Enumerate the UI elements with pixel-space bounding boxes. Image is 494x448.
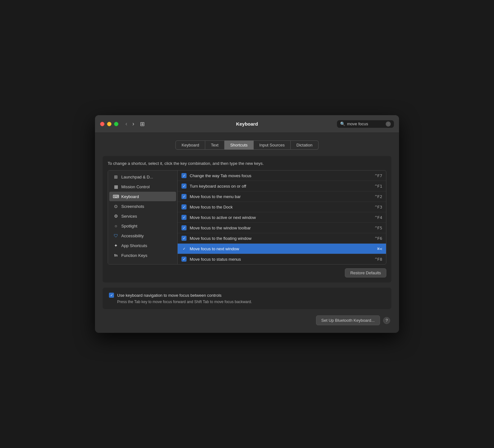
set-up-bluetooth-button[interactable]: Set Up Bluetooth Keyboard...: [316, 315, 380, 325]
tab-bar: Keyboard Text Shortcuts Input Sources Di…: [103, 140, 391, 150]
shortcut-focus-floating-key: ^F6: [375, 236, 382, 241]
sidebar-item-launchpad-label: Launchpad & D...: [121, 175, 153, 179]
panel-body: ⊞ Launchpad & D... ▦ Mission Control ⌨ K…: [108, 170, 386, 264]
shortcut-tab-moves-focus-key: ^F7: [375, 173, 382, 178]
shortcut-focus-status-menus-key: ^F8: [375, 257, 382, 262]
sidebar-item-services[interactable]: ⚙ Services: [109, 211, 176, 221]
tab-shortcuts[interactable]: Shortcuts: [225, 140, 254, 150]
restore-defaults-button[interactable]: Restore Defaults: [345, 268, 386, 277]
keyboard-icon: ⌨: [113, 194, 119, 199]
accessibility-icon: 🛡: [113, 233, 119, 239]
mission-control-icon: ▦: [113, 184, 119, 190]
sidebar-item-screenshots-label: Screenshots: [121, 204, 144, 209]
shortcut-focus-toolbar-key: ^F5: [375, 226, 382, 230]
sidebar-item-keyboard[interactable]: ⌨ Keyboard: [109, 192, 176, 201]
maximize-button[interactable]: [114, 122, 118, 126]
shortcut-focus-status-menus-label: Move focus to status menus: [190, 257, 372, 262]
shortcut-focus-dock[interactable]: ✓ Move focus to the Dock ^F3: [178, 202, 386, 212]
shortcut-keyboard-access-key: ^F1: [375, 184, 382, 189]
checkbox-keyboard-access[interactable]: ✓: [181, 184, 187, 189]
keyboard-nav-section: ✓ Use keyboard navigation to move focus …: [103, 288, 391, 309]
sidebar-item-services-label: Services: [121, 214, 137, 219]
shortcut-focus-floating[interactable]: ✓ Move focus to the floating window ^F6: [178, 233, 386, 244]
content-area: Keyboard Text Shortcuts Input Sources Di…: [95, 133, 399, 333]
app-shortcuts-icon: ✦: [113, 243, 119, 248]
shortcut-focus-dock-key: ^F3: [375, 205, 382, 209]
search-input[interactable]: [347, 121, 384, 126]
shortcut-focus-active-window-key: ^F4: [375, 215, 382, 220]
keyboard-nav-checkbox[interactable]: ✓: [109, 293, 114, 298]
sidebar-item-accessibility-label: Accessibility: [121, 233, 144, 238]
footer: Set Up Bluetooth Keyboard... ?: [103, 315, 391, 327]
traffic-lights: [100, 122, 118, 126]
shortcut-tab-moves-focus[interactable]: ✓ Change the way Tab moves focus ^F7: [178, 171, 386, 181]
sidebar-item-screenshots[interactable]: ⊙ Screenshots: [109, 202, 176, 211]
grid-icon: ⊞: [140, 121, 145, 128]
checkbox-focus-toolbar[interactable]: ✓: [181, 225, 187, 230]
sidebar-item-spotlight[interactable]: ○ Spotlight: [109, 221, 176, 231]
checkbox-tab-moves-focus[interactable]: ✓: [181, 173, 187, 178]
search-clear-button[interactable]: ✕: [386, 121, 391, 127]
checkbox-focus-menu-bar[interactable]: ✓: [181, 194, 187, 199]
instruction-text: To change a shortcut, select it, click t…: [108, 161, 386, 166]
sidebar-item-accessibility[interactable]: 🛡 Accessibility: [109, 231, 176, 240]
shortcut-focus-next-window-key: ⌘<: [377, 246, 382, 251]
shortcut-keyboard-access-label: Turn keyboard access on or off: [190, 184, 372, 189]
shortcut-focus-toolbar[interactable]: ✓ Move focus to the window toolbar ^F5: [178, 223, 386, 233]
shortcut-focus-floating-label: Move focus to the floating window: [190, 236, 372, 241]
keyboard-preferences-window: ‹ › ⊞ Keyboard 🔍 ✕ Keyboard Text Shortcu…: [95, 115, 399, 333]
tab-keyboard[interactable]: Keyboard: [175, 140, 205, 150]
shortcuts-sidebar: ⊞ Launchpad & D... ▦ Mission Control ⌨ K…: [108, 171, 178, 264]
shortcut-keyboard-access[interactable]: ✓ Turn keyboard access on or off ^F1: [178, 181, 386, 191]
search-bar: 🔍 ✕: [337, 120, 394, 128]
forward-button[interactable]: ›: [130, 120, 136, 128]
shortcuts-panel: To change a shortcut, select it, click t…: [103, 156, 391, 283]
sidebar-item-mission-control[interactable]: ▦ Mission Control: [109, 182, 176, 191]
sidebar-item-function-keys-label: Function Keys: [121, 253, 147, 258]
checkbox-focus-active-window[interactable]: ✓: [181, 215, 187, 220]
restore-defaults-container: Restore Defaults: [108, 268, 386, 277]
shortcut-focus-status-menus[interactable]: ✓ Move focus to status menus ^F8: [178, 254, 386, 264]
sidebar-item-app-shortcuts-label: App Shortcuts: [121, 243, 147, 248]
shortcut-tab-moves-focus-label: Change the way Tab moves focus: [190, 173, 372, 178]
shortcut-focus-active-window-label: Move focus to active or next window: [190, 215, 372, 220]
shortcut-focus-menu-bar[interactable]: ✓ Move focus to the menu bar ^F2: [178, 191, 386, 202]
function-keys-icon: fn: [113, 252, 119, 258]
checkbox-focus-status-menus[interactable]: ✓: [181, 257, 187, 262]
screenshots-icon: ⊙: [113, 203, 119, 209]
keyboard-nav-label: Use keyboard navigation to move focus be…: [117, 293, 222, 298]
nav-checkbox-row: ✓ Use keyboard navigation to move focus …: [109, 293, 385, 298]
sidebar-item-spotlight-label: Spotlight: [121, 224, 137, 228]
shortcut-focus-toolbar-label: Move focus to the window toolbar: [190, 226, 372, 230]
checkbox-focus-dock[interactable]: ✓: [181, 204, 187, 209]
shortcut-focus-next-window-label: Move focus to next window: [190, 246, 374, 251]
sidebar-item-function-keys[interactable]: fn Function Keys: [109, 251, 176, 260]
titlebar: ‹ › ⊞ Keyboard 🔍 ✕: [95, 115, 399, 133]
shortcut-focus-next-window[interactable]: ✓ Move focus to next window ⌘<: [178, 244, 386, 254]
sidebar-item-launchpad[interactable]: ⊞ Launchpad & D...: [109, 172, 176, 182]
shortcut-focus-active-window[interactable]: ✓ Move focus to active or next window ^F…: [178, 212, 386, 223]
sidebar-item-app-shortcuts[interactable]: ✦ App Shortcuts: [109, 241, 176, 250]
tab-text[interactable]: Text: [205, 140, 225, 150]
shortcut-focus-menu-bar-key: ^F2: [375, 194, 382, 199]
search-icon: 🔍: [340, 121, 345, 126]
back-button[interactable]: ‹: [124, 120, 129, 128]
sidebar-item-keyboard-label: Keyboard: [121, 194, 139, 199]
shortcut-focus-dock-label: Move focus to the Dock: [190, 205, 372, 209]
nav-buttons: ‹ ›: [124, 120, 136, 128]
shortcut-focus-menu-bar-label: Move focus to the menu bar: [190, 194, 372, 199]
launchpad-icon: ⊞: [113, 174, 119, 180]
tab-dictation[interactable]: Dictation: [291, 140, 319, 150]
sidebar-item-mission-label: Mission Control: [121, 184, 150, 189]
spotlight-icon: ○: [113, 223, 119, 229]
checkbox-focus-next-window[interactable]: ✓: [181, 246, 187, 251]
minimize-button[interactable]: [107, 122, 111, 126]
window-title: Keyboard: [236, 121, 258, 127]
tab-input-sources[interactable]: Input Sources: [254, 140, 291, 150]
keyboard-nav-sublabel: Press the Tab key to move focus forward …: [117, 300, 385, 304]
shortcut-list: ✓ Change the way Tab moves focus ^F7 ✓ T…: [178, 171, 386, 264]
help-button[interactable]: ?: [383, 317, 390, 324]
checkbox-focus-floating[interactable]: ✓: [181, 236, 187, 241]
services-icon: ⚙: [113, 213, 119, 219]
close-button[interactable]: [100, 122, 104, 126]
